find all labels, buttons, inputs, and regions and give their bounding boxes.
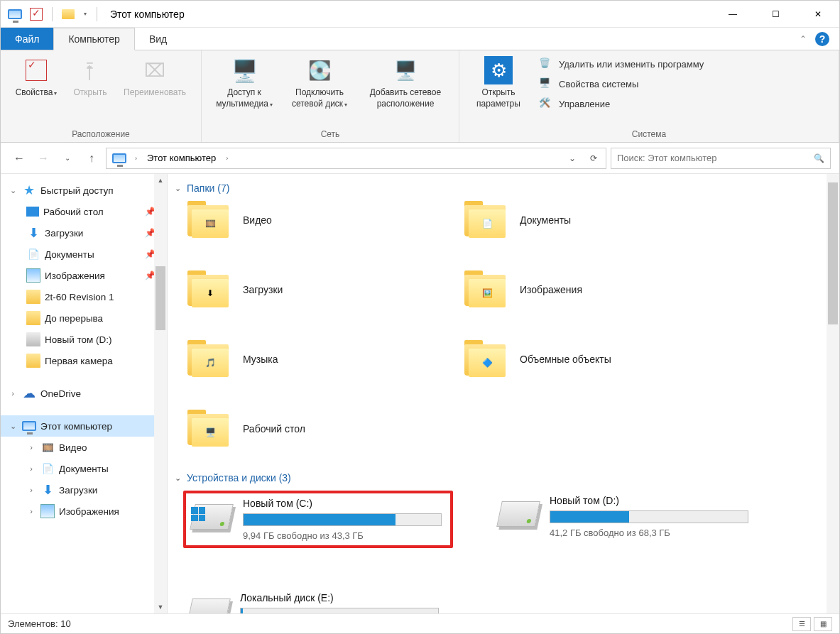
add-location-button[interactable]: 🖥️ Добавить сетевое расположение	[359, 53, 452, 109]
status-bar: Элементов: 10 ☰ ▦	[1, 613, 839, 633]
folder-item[interactable]: 📄 Документы	[464, 201, 734, 239]
tab-view[interactable]: Вид	[135, 28, 181, 50]
section-header-folders[interactable]: ⌄ Папки (7)	[175, 180, 832, 201]
maximize-button[interactable]: ☐	[754, 1, 797, 28]
sidebar-item-documents[interactable]: ›📄Документы	[1, 458, 167, 479]
open-button[interactable]: ⭱ Открыть	[69, 53, 111, 99]
tab-computer[interactable]: Компьютер	[53, 28, 134, 50]
folder-item[interactable]: 🎵 Музыка	[187, 340, 457, 378]
refresh-button[interactable]: ⟳	[584, 153, 603, 163]
ribbon-tabs: Файл Компьютер Вид ⌃ ?	[1, 28, 839, 50]
recent-dropdown-icon[interactable]: ⌄	[58, 148, 77, 168]
rename-button[interactable]: ⌧ Переименовать	[116, 53, 194, 99]
folder-item[interactable]: ⬇ Загрузки	[187, 270, 457, 309]
folder-item[interactable]: 🔷 Объемные объекты	[464, 340, 734, 378]
breadcrumb[interactable]: Этот компьютер	[143, 150, 220, 166]
chevron-right-icon[interactable]: ›	[223, 155, 231, 162]
sidebar-item-folder[interactable]: 2t-60 Revision 1	[1, 286, 167, 307]
qat-properties-icon[interactable]	[28, 6, 45, 23]
folder-icon: 🎵	[187, 340, 231, 378]
help-icon[interactable]: ?	[815, 32, 829, 46]
section-header-drives[interactable]: ⌄ Устройства и диски (3)	[175, 469, 832, 491]
ribbon-group-network: 🖥️ Доступ к мультимедиа 💽 Подключить сет…	[202, 50, 459, 142]
expander-icon[interactable]: ›	[26, 443, 36, 452]
manage-button[interactable]: 🛠️ Управление	[539, 97, 704, 110]
sidebar-this-pc[interactable]: ⌄ Этот компьютер	[1, 415, 167, 437]
sidebar-item-folder[interactable]: До перерыва	[1, 307, 167, 329]
sidebar-onedrive[interactable]: › ☁ OneDrive	[1, 383, 167, 404]
sidebar-item-folder[interactable]: Первая камера	[1, 350, 167, 371]
sidebar-item-pictures[interactable]: ›Изображения	[1, 501, 167, 522]
system-properties-button[interactable]: 🖥️ Свойства системы	[539, 77, 704, 90]
folder-item[interactable]: 🖼️ Изображения	[464, 270, 734, 309]
chevron-right-icon[interactable]: ›	[132, 155, 140, 162]
expander-icon[interactable]: ›	[8, 389, 18, 398]
drive-usage-bar	[550, 510, 748, 523]
folder-icon: 🔷	[464, 340, 508, 378]
sidebar-item-downloads[interactable]: ⬇Загрузки📌	[1, 222, 167, 244]
content-scrollbar[interactable]	[827, 174, 839, 613]
search-icon[interactable]: 🔍	[814, 153, 824, 163]
folder-icon: 🖼️	[464, 270, 508, 309]
folder-label: Музыка	[243, 354, 278, 365]
sidebar-item-videos[interactable]: ›🎞️Видео	[1, 437, 167, 458]
search-input[interactable]	[617, 153, 814, 163]
open-settings-button[interactable]: ⚙ Открыть параметры	[467, 53, 530, 109]
forward-button[interactable]: →	[33, 148, 53, 168]
collapse-ribbon-icon[interactable]: ⌃	[800, 34, 807, 44]
address-bar-row: ← → ⌄ ↑ › Этот компьютер › ⌄ ⟳ 🔍	[1, 143, 839, 174]
properties-button[interactable]: Свойства	[8, 53, 65, 99]
group-label-system: Система	[467, 126, 831, 142]
sidebar-item-documents[interactable]: 📄Документы📌	[1, 244, 167, 265]
window-title: Этот компьютер	[106, 9, 185, 20]
back-button[interactable]: ←	[9, 148, 29, 168]
sidebar-item-desktop[interactable]: Рабочий стол📌	[1, 201, 167, 222]
minimize-button[interactable]: ―	[711, 1, 754, 28]
expander-icon[interactable]: ›	[26, 486, 36, 494]
expander-icon[interactable]: ›	[26, 507, 36, 515]
drive-item[interactable]: Новый том (C:) 9,94 ГБ свободно из 43,3 …	[183, 491, 453, 548]
sidebar-item-pictures[interactable]: Изображения📌	[1, 265, 167, 286]
qat-folder-icon[interactable]	[60, 6, 77, 23]
manage-icon: 🛠️	[539, 97, 552, 110]
scrollbar-thumb[interactable]	[828, 182, 838, 324]
sidebar-scrollbar[interactable]: ▲ ▼	[154, 174, 167, 613]
qat-dropdown-icon[interactable]: ▾	[81, 11, 89, 17]
separator	[97, 7, 97, 21]
drive-info: Новый том (D:) 41,2 ГБ свободно из 68,3 …	[550, 495, 758, 544]
search-box[interactable]: 🔍	[611, 148, 831, 169]
media-icon: 🖥️	[230, 56, 258, 84]
expander-icon[interactable]: ⌄	[8, 186, 18, 195]
folder-item[interactable]: 🎞️ Видео	[187, 201, 457, 239]
sidebar-item-drive[interactable]: Новый том (D:)	[1, 329, 167, 350]
large-icons-view-button[interactable]: ▦	[814, 617, 832, 631]
details-view-button[interactable]: ☰	[792, 617, 811, 631]
sidebar-item-downloads[interactable]: ›⬇Загрузки	[1, 479, 167, 501]
chevron-down-icon[interactable]: ⌄	[175, 474, 181, 483]
scrollbar-thumb[interactable]	[156, 266, 165, 330]
folder-label: Рабочий стол	[243, 423, 305, 434]
tab-file[interactable]: Файл	[1, 28, 53, 50]
uninstall-button[interactable]: 🗑️ Удалить или изменить программу	[539, 58, 704, 70]
folder-item[interactable]: 🖥️ Рабочий стол	[187, 410, 457, 448]
media-access-button[interactable]: 🖥️ Доступ к мультимедиа	[209, 53, 280, 109]
pictures-icon	[26, 268, 40, 283]
close-button[interactable]: ✕	[797, 1, 839, 28]
address-bar[interactable]: › Этот компьютер › ⌄ ⟳	[106, 148, 606, 169]
up-button[interactable]: ↑	[82, 148, 102, 168]
scroll-down-icon[interactable]: ▼	[154, 601, 167, 613]
scroll-up-icon[interactable]: ▲	[154, 174, 167, 187]
expander-icon[interactable]: ⌄	[8, 422, 18, 431]
sidebar-quick-access[interactable]: ⌄ ★ Быстрый доступ	[1, 180, 167, 201]
expander-icon[interactable]: ›	[26, 464, 36, 473]
drive-item[interactable]: Локальный диск (E:) 28,2 ГБ свободно из …	[183, 588, 453, 613]
folder-label: Видео	[243, 214, 272, 226]
chevron-down-icon[interactable]: ⌄	[175, 184, 181, 193]
status-item-count: Элементов: 10	[8, 618, 71, 629]
cloud-icon: ☁	[22, 386, 36, 400]
gear-icon: ⚙	[484, 56, 513, 84]
address-dropdown-icon[interactable]: ⌄	[563, 153, 582, 163]
drive-item[interactable]: Новый том (D:) 41,2 ГБ свободно из 68,3 …	[493, 491, 763, 548]
folder-label: Документы	[520, 214, 571, 226]
map-drive-button[interactable]: 💽 Подключить сетевой диск	[284, 53, 355, 109]
